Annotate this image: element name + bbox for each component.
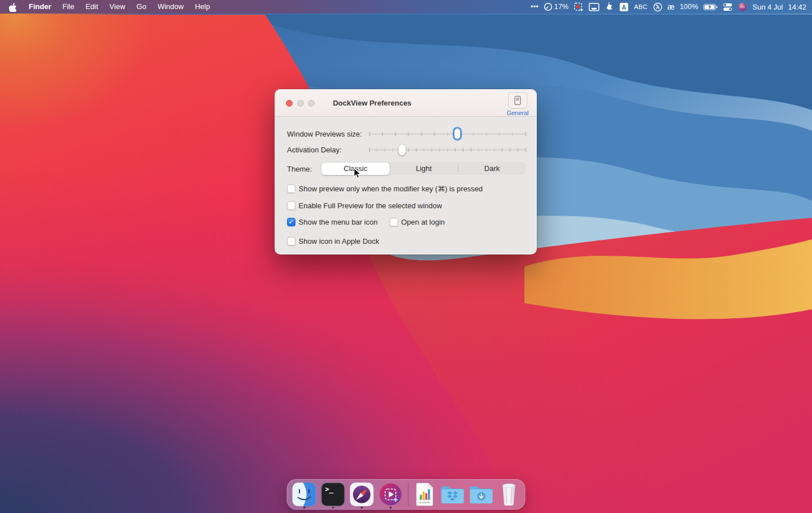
activation-delay-label: Activation Delay: — [287, 146, 342, 154]
input-source-icon[interactable]: A — [619, 2, 629, 12]
activation-delay-slider[interactable] — [369, 143, 526, 156]
general-switch-icon — [508, 92, 527, 108]
modifier-key-checkbox[interactable] — [287, 185, 295, 193]
control-center-icon[interactable] — [723, 3, 732, 11]
fantastical-app-icon[interactable] — [738, 2, 747, 12]
checkbox-row-apple-dock: Show icon in Apple Dock — [287, 237, 379, 245]
apple-dock-label: Show icon in Apple Dock — [299, 237, 379, 245]
apple-dock-checkbox[interactable] — [287, 237, 295, 245]
menu-view[interactable]: View — [104, 0, 131, 14]
menu-edit[interactable]: Edit — [80, 0, 104, 14]
timer-percent-status[interactable]: 17% — [544, 2, 569, 11]
menu-finder[interactable]: Finder — [23, 0, 57, 14]
theme-option-classic[interactable]: Classic — [321, 163, 390, 175]
dock-numbers-document-icon[interactable]: NUMBERS — [413, 480, 437, 509]
theme-option-light[interactable]: Light — [390, 162, 458, 175]
battery-charging-icon[interactable] — [703, 3, 718, 11]
desktop-wallpaper — [0, 0, 812, 513]
modifier-key-label: Show preview only when the modifier key … — [299, 185, 483, 193]
svg-text:>_: >_ — [325, 485, 334, 494]
theme-option-dark[interactable]: Dark — [458, 162, 526, 175]
svg-text:NUMBERS: NUMBERS — [419, 501, 430, 504]
input-abc-status[interactable]: ABC — [634, 3, 647, 10]
dock-terminal-icon[interactable]: >_ — [320, 480, 346, 509]
menubar-icon-label: Show the menu bar icon — [299, 218, 378, 226]
full-preview-label: Enable Full Preview for the selected win… — [299, 201, 442, 210]
screenshot-selection-icon[interactable] — [573, 2, 584, 12]
timer-icon — [544, 2, 553, 11]
input-letter: A — [622, 3, 626, 10]
menubar-time[interactable]: 14:42 — [788, 3, 806, 11]
dockview-menubar-icon[interactable] — [589, 3, 599, 11]
theme-segmented-control: Classic Light Dark — [321, 162, 526, 175]
toolbar-tab-general[interactable]: General — [506, 92, 529, 116]
spray-utility-icon[interactable] — [604, 2, 614, 11]
menu-bar: Finder File Edit View Go Window Help •••… — [0, 0, 812, 14]
menubar-date[interactable]: Sun 4 Jul — [752, 3, 783, 11]
checkbox-row-modifier: Show preview only when the modifier key … — [287, 185, 483, 193]
slider-thumb[interactable] — [398, 144, 406, 156]
menu-help[interactable]: Help — [189, 0, 216, 14]
menu-file[interactable]: File — [57, 0, 80, 14]
status-overflow-icon[interactable]: ••• — [531, 3, 539, 11]
checkbox-row-open-login: Open at login — [390, 218, 445, 226]
open-at-login-checkbox[interactable] — [390, 218, 398, 226]
dock-safari-icon[interactable] — [349, 480, 375, 509]
translate-icon[interactable]: A — [653, 2, 663, 12]
checkbox-row-menubar-icon: Show the menu bar icon — [287, 218, 378, 226]
menu-window[interactable]: Window — [152, 0, 189, 14]
dockview-preferences-window: DockView Preferences General Window Prev… — [275, 89, 537, 255]
battery-percent-label: 100% — [679, 3, 698, 11]
dock-finder-icon[interactable] — [292, 480, 317, 509]
apple-menu-icon[interactable] — [0, 2, 23, 12]
dock-dropbox-folder-icon[interactable] — [440, 480, 466, 509]
dock: >_ — [287, 479, 526, 510]
full-preview-checkbox[interactable] — [287, 201, 295, 210]
zoom-button[interactable] — [308, 100, 315, 107]
previews-size-slider[interactable] — [369, 128, 526, 140]
theme-label: Theme: — [287, 165, 312, 173]
previews-size-label: Window Previews size: — [287, 130, 362, 138]
dock-trash-icon[interactable] — [497, 480, 521, 509]
window-title: DockView Preferences — [316, 99, 429, 107]
close-button[interactable] — [286, 100, 293, 107]
dock-screen-recorder-icon[interactable] — [378, 480, 404, 509]
menubar-icon-checkbox[interactable] — [287, 218, 295, 226]
checkbox-row-full-preview: Enable Full Preview for the selected win… — [287, 201, 442, 210]
slider-thumb[interactable] — [453, 127, 462, 141]
dock-separator — [408, 483, 409, 506]
ligature-status-icon[interactable]: æ — [668, 2, 675, 11]
dock-downloads-folder-icon[interactable] — [469, 480, 495, 509]
general-tab-label: General — [506, 109, 529, 116]
minimize-button[interactable] — [297, 100, 304, 107]
open-at-login-label: Open at login — [401, 218, 445, 226]
menu-go[interactable]: Go — [131, 0, 152, 14]
segment-divider — [458, 165, 458, 172]
